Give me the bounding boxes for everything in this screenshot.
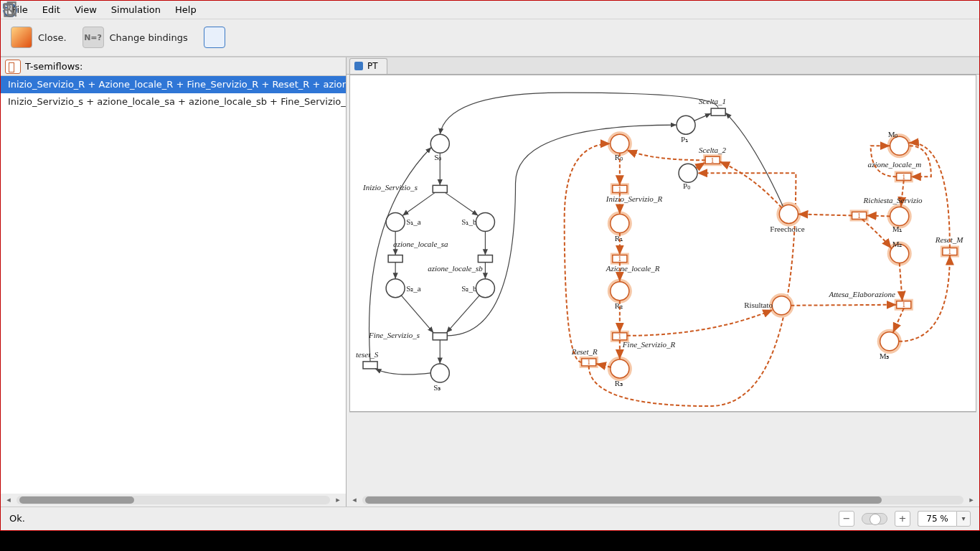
- svg-text:1: 1: [711, 156, 715, 164]
- scroll-left-icon[interactable]: ◂: [349, 495, 359, 505]
- left-panel: T-semiflows: Inizio_Servizio_R + Azione_…: [1, 57, 347, 506]
- zoom-in-button[interactable]: +: [895, 511, 910, 527]
- svg-rect-25: [711, 108, 725, 116]
- canvas-bottom-gap: [349, 412, 976, 494]
- refresh-icon[interactable]: [204, 27, 225, 48]
- svg-point-67: [772, 296, 791, 315]
- svg-point-9: [476, 212, 494, 231]
- menu-simulation[interactable]: Simulation: [104, 2, 168, 17]
- svg-text:S₀: S₀: [434, 153, 442, 161]
- close-button[interactable]: Close.: [11, 27, 67, 48]
- svg-point-91: [880, 332, 899, 351]
- svg-point-2: [4, 4, 10, 10]
- right-panel: PT S₀ Inizio_Serviz: [347, 57, 979, 506]
- svg-text:R₁: R₁: [615, 233, 623, 242]
- svg-point-70: [890, 136, 909, 155]
- main-split: T-semiflows: Inizio_Servizio_R + Azione_…: [1, 57, 979, 506]
- change-bindings-label: Change bindings: [110, 32, 188, 43]
- svg-text:Scelta_1: Scelta_1: [699, 97, 726, 105]
- svg-text:S₁_b: S₁_b: [461, 217, 477, 226]
- svg-text:Azione_locale_R: Azione_locale_R: [606, 263, 660, 272]
- right-hscrollbar[interactable]: ◂ ▸: [347, 494, 979, 507]
- list-item[interactable]: Inizio_Servizio_R + Azione_locale_R + Fi…: [1, 76, 346, 93]
- svg-text:1: 1: [618, 255, 621, 263]
- zoom-value[interactable]: 75 %: [918, 511, 956, 527]
- svg-text:S₃: S₃: [433, 383, 440, 392]
- svg-point-50: [611, 282, 629, 301]
- menubar: File Edit View Simulation Help: [1, 1, 979, 19]
- svg-text:Fine_Servizio_R: Fine_Servizio_R: [622, 340, 676, 349]
- svg-rect-13: [478, 255, 492, 262]
- menu-help[interactable]: Help: [168, 2, 204, 17]
- svg-text:1: 1: [587, 358, 590, 366]
- left-panel-header: T-semiflows:: [1, 57, 346, 76]
- svg-rect-5: [433, 185, 447, 192]
- left-panel-title: T-semiflows:: [25, 61, 83, 72]
- svg-point-36: [679, 164, 697, 182]
- zoom-slider[interactable]: [862, 513, 887, 524]
- left-hscrollbar[interactable]: ◂ ▸: [1, 494, 346, 507]
- svg-text:M₀: M₀: [888, 130, 899, 138]
- scroll-right-icon[interactable]: ▸: [966, 495, 976, 505]
- scroll-right-icon[interactable]: ▸: [333, 495, 343, 505]
- zoom-controls: − + 75 % ▾: [839, 511, 971, 527]
- svg-text:Attesa_Elaborazione: Attesa_Elaborazione: [829, 290, 896, 298]
- svg-point-7: [386, 212, 405, 231]
- svg-text:Freechoice: Freechoice: [770, 225, 804, 233]
- svg-text:1: 1: [618, 332, 621, 340]
- svg-text:azione_locale_sa: azione_locale_sa: [393, 239, 448, 248]
- close-label: Close.: [38, 32, 67, 43]
- svg-point-27: [677, 116, 695, 134]
- change-bindings-button[interactable]: N=? Change bindings: [83, 27, 188, 48]
- svg-text:1: 1: [902, 301, 905, 309]
- svg-point-21: [430, 364, 449, 382]
- svg-text:R₂: R₂: [615, 301, 623, 310]
- svg-text:teset_S: teset_S: [356, 350, 379, 359]
- svg-point-17: [476, 279, 494, 298]
- menu-edit[interactable]: Edit: [35, 2, 67, 17]
- svg-point-43: [611, 214, 629, 232]
- svg-point-57: [611, 359, 629, 378]
- svg-text:M₃: M₃: [880, 352, 890, 360]
- desktop-statusbar: 1:6 [ ] 11:17:55 - (Sun 03 May, 05.2020)…: [0, 531, 980, 551]
- tab-icon: [354, 62, 363, 70]
- status-text: Ok.: [9, 513, 25, 524]
- svg-text:R₃: R₃: [615, 379, 623, 387]
- svg-text:M₁: M₁: [892, 225, 903, 233]
- svg-point-15: [386, 279, 405, 298]
- svg-text:P₀: P₀: [683, 182, 691, 190]
- scroll-left-icon[interactable]: ◂: [4, 495, 14, 505]
- app-window: File Edit View Simulation Help Close. N=…: [0, 0, 980, 531]
- svg-point-30: [611, 134, 629, 153]
- list-item[interactable]: Inizio_Servizio_s + azione_locale_sa + a…: [1, 93, 346, 110]
- svg-text:1: 1: [948, 248, 951, 255]
- svg-point-3: [430, 134, 449, 153]
- canvas-tabbar: PT: [347, 57, 979, 74]
- statusbar: Ok. − + 75 % ▾: [1, 507, 979, 530]
- semiflows-list[interactable]: Inizio_Servizio_R + Azione_locale_R + Fi…: [1, 76, 346, 493]
- svg-text:1: 1: [618, 185, 621, 193]
- semiflows-icon: [5, 60, 21, 74]
- petri-net-canvas[interactable]: S₀ Inizio_Servizio_s S₁_a S₁_b azione_lo…: [349, 75, 976, 412]
- page-icon[interactable]: [241, 27, 263, 48]
- toolbar: Close. N=? Change bindings: [1, 19, 979, 57]
- petri-net-svg: S₀ Inizio_Servizio_s S₁_a S₁_b azione_lo…: [350, 75, 976, 412]
- zoom-dropdown[interactable]: ▾: [956, 511, 971, 527]
- svg-text:Inizio_Servizio_R: Inizio_Servizio_R: [606, 194, 663, 203]
- svg-rect-19: [433, 333, 447, 340]
- svg-text:S₁_a: S₁_a: [406, 217, 421, 226]
- svg-text:azione_locale_sb: azione_locale_sb: [428, 263, 483, 272]
- svg-rect-11: [388, 255, 402, 262]
- tab-label: PT: [367, 58, 378, 74]
- close-icon: [11, 27, 32, 48]
- svg-text:Inizio_Servizio_s: Inizio_Servizio_s: [362, 183, 418, 192]
- bindings-icon: N=?: [83, 27, 104, 48]
- svg-text:P₁: P₁: [681, 135, 688, 143]
- zoom-out-button[interactable]: −: [839, 511, 854, 527]
- svg-text:Richiesta_Servizio: Richiesta_Servizio: [863, 196, 923, 204]
- menu-view[interactable]: View: [67, 2, 104, 17]
- svg-rect-23: [363, 362, 377, 369]
- tool-icon[interactable]: [278, 27, 300, 48]
- tab-pt[interactable]: PT: [349, 58, 387, 74]
- svg-text:Risultato: Risultato: [744, 301, 773, 309]
